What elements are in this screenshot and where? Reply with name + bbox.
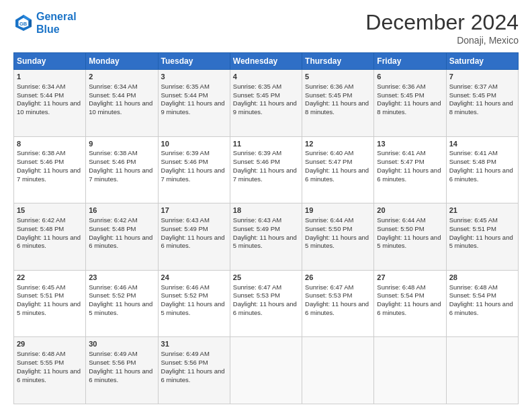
sunrise-text: Sunrise: 6:35 AM bbox=[233, 83, 281, 90]
calendar-day-cell: 8Sunrise: 6:38 AMSunset: 5:46 PMDaylight… bbox=[14, 136, 86, 203]
daylight-text: Daylight: 11 hours and 6 minutes. bbox=[89, 367, 152, 383]
calendar-day-cell: 3Sunrise: 6:35 AMSunset: 5:44 PMDaylight… bbox=[158, 70, 230, 137]
calendar-day-cell: 15Sunrise: 6:42 AMSunset: 5:48 PMDayligh… bbox=[14, 203, 86, 271]
sunset-text: Sunset: 5:44 PM bbox=[17, 91, 64, 99]
sunset-text: Sunset: 5:53 PM bbox=[233, 291, 280, 299]
day-number: 10 bbox=[161, 139, 227, 149]
daylight-text: Daylight: 11 hours and 6 minutes. bbox=[377, 167, 441, 183]
sunrise-text: Sunrise: 6:37 AM bbox=[449, 83, 498, 90]
sunset-text: Sunset: 5:45 PM bbox=[377, 91, 424, 99]
daylight-text: Daylight: 11 hours and 6 minutes. bbox=[17, 234, 81, 250]
daylight-text: Daylight: 11 hours and 10 minutes. bbox=[17, 99, 81, 116]
sunrise-text: Sunrise: 6:45 AM bbox=[449, 216, 498, 224]
sunrise-text: Sunrise: 6:44 AM bbox=[305, 216, 353, 224]
sunrise-text: Sunrise: 6:47 AM bbox=[233, 283, 281, 291]
day-number: 19 bbox=[305, 205, 371, 216]
sunrise-text: Sunrise: 6:34 AM bbox=[17, 83, 65, 90]
sunrise-text: Sunrise: 6:35 AM bbox=[161, 83, 210, 90]
calendar-day-cell: 21Sunrise: 6:45 AMSunset: 5:51 PMDayligh… bbox=[446, 203, 518, 271]
calendar-day-cell: 18Sunrise: 6:43 AMSunset: 5:49 PMDayligh… bbox=[230, 203, 302, 271]
day-number: 4 bbox=[233, 72, 299, 82]
sunset-text: Sunset: 5:45 PM bbox=[233, 91, 280, 99]
calendar-day-cell: 22Sunrise: 6:45 AMSunset: 5:51 PMDayligh… bbox=[14, 270, 86, 337]
day-header-sunday: Sunday bbox=[14, 53, 86, 70]
calendar-day-cell: 9Sunrise: 6:38 AMSunset: 5:46 PMDaylight… bbox=[86, 136, 158, 203]
calendar-week-row: 29Sunrise: 6:48 AMSunset: 5:55 PMDayligh… bbox=[14, 337, 519, 404]
sunrise-text: Sunrise: 6:48 AM bbox=[17, 350, 65, 357]
daylight-text: Daylight: 11 hours and 6 minutes. bbox=[17, 367, 81, 383]
calendar-week-row: 1Sunrise: 6:34 AMSunset: 5:44 PMDaylight… bbox=[14, 70, 519, 137]
sunset-text: Sunset: 5:52 PM bbox=[161, 291, 208, 299]
sunset-text: Sunset: 5:47 PM bbox=[305, 158, 352, 165]
sunset-text: Sunset: 5:51 PM bbox=[449, 225, 496, 232]
day-header-monday: Monday bbox=[86, 53, 158, 70]
daylight-text: Daylight: 11 hours and 9 minutes. bbox=[233, 99, 297, 116]
empty-cell bbox=[302, 337, 374, 404]
calendar-day-cell: 17Sunrise: 6:43 AMSunset: 5:49 PMDayligh… bbox=[158, 203, 230, 271]
daylight-text: Daylight: 11 hours and 5 minutes. bbox=[305, 234, 369, 250]
header: GB General Blue December 2024 Donaji, Me… bbox=[13, 10, 519, 46]
daylight-text: Daylight: 11 hours and 6 minutes. bbox=[89, 234, 152, 250]
calendar-day-cell: 27Sunrise: 6:48 AMSunset: 5:54 PMDayligh… bbox=[374, 270, 446, 337]
calendar-day-cell: 16Sunrise: 6:42 AMSunset: 5:48 PMDayligh… bbox=[86, 203, 158, 271]
sunset-text: Sunset: 5:46 PM bbox=[89, 158, 136, 165]
daylight-text: Daylight: 11 hours and 6 minutes. bbox=[233, 300, 297, 316]
sunset-text: Sunset: 5:52 PM bbox=[89, 291, 136, 299]
title-block: December 2024 Donaji, Mexico bbox=[365, 10, 519, 46]
calendar-day-cell: 28Sunrise: 6:48 AMSunset: 5:54 PMDayligh… bbox=[446, 270, 518, 337]
sunrise-text: Sunrise: 6:34 AM bbox=[89, 83, 137, 90]
logo-icon: GB bbox=[13, 13, 34, 33]
day-header-saturday: Saturday bbox=[446, 53, 518, 70]
sunset-text: Sunset: 5:48 PM bbox=[89, 225, 136, 232]
sunrise-text: Sunrise: 6:43 AM bbox=[233, 216, 281, 224]
sunset-text: Sunset: 5:51 PM bbox=[17, 291, 64, 299]
sunrise-text: Sunrise: 6:38 AM bbox=[17, 149, 65, 156]
sunrise-text: Sunrise: 6:42 AM bbox=[89, 216, 137, 224]
day-number: 18 bbox=[233, 205, 299, 216]
calendar-day-cell: 10Sunrise: 6:39 AMSunset: 5:46 PMDayligh… bbox=[158, 136, 230, 203]
day-number: 30 bbox=[89, 339, 154, 349]
day-number: 1 bbox=[17, 72, 83, 82]
daylight-text: Daylight: 11 hours and 7 minutes. bbox=[233, 167, 297, 183]
day-number: 31 bbox=[161, 339, 227, 349]
logo-line1: General bbox=[36, 11, 77, 22]
day-number: 26 bbox=[305, 273, 371, 283]
sunset-text: Sunset: 5:46 PM bbox=[233, 158, 280, 165]
daylight-text: Daylight: 11 hours and 5 minutes. bbox=[89, 300, 152, 316]
sunrise-text: Sunrise: 6:36 AM bbox=[305, 83, 353, 90]
day-number: 22 bbox=[17, 273, 83, 283]
calendar-day-cell: 29Sunrise: 6:48 AMSunset: 5:55 PMDayligh… bbox=[14, 337, 86, 404]
calendar-day-cell: 2Sunrise: 6:34 AMSunset: 5:44 PMDaylight… bbox=[86, 70, 158, 137]
calendar: SundayMondayTuesdayWednesdayThursdayFrid… bbox=[13, 52, 519, 404]
calendar-day-cell: 13Sunrise: 6:41 AMSunset: 5:47 PMDayligh… bbox=[374, 136, 446, 203]
sunrise-text: Sunrise: 6:36 AM bbox=[377, 83, 425, 90]
daylight-text: Daylight: 11 hours and 7 minutes. bbox=[89, 167, 152, 183]
sunset-text: Sunset: 5:56 PM bbox=[89, 359, 136, 366]
sunset-text: Sunset: 5:46 PM bbox=[17, 158, 64, 165]
sunrise-text: Sunrise: 6:45 AM bbox=[17, 283, 65, 291]
day-header-tuesday: Tuesday bbox=[158, 53, 230, 70]
daylight-text: Daylight: 11 hours and 5 minutes. bbox=[449, 234, 513, 250]
empty-cell bbox=[374, 337, 446, 404]
sunset-text: Sunset: 5:48 PM bbox=[449, 158, 496, 165]
day-number: 16 bbox=[89, 205, 154, 216]
daylight-text: Daylight: 11 hours and 6 minutes. bbox=[161, 367, 225, 383]
daylight-text: Daylight: 11 hours and 7 minutes. bbox=[17, 167, 81, 183]
daylight-text: Daylight: 11 hours and 6 minutes. bbox=[449, 300, 513, 316]
daylight-text: Daylight: 11 hours and 9 minutes. bbox=[161, 99, 225, 116]
sunrise-text: Sunrise: 6:42 AM bbox=[17, 216, 65, 224]
sunrise-text: Sunrise: 6:49 AM bbox=[89, 350, 137, 357]
day-number: 24 bbox=[161, 273, 227, 283]
day-number: 15 bbox=[17, 205, 83, 216]
day-number: 12 bbox=[305, 139, 371, 149]
logo: GB General Blue bbox=[13, 10, 77, 36]
calendar-day-cell: 31Sunrise: 6:49 AMSunset: 5:56 PMDayligh… bbox=[158, 337, 230, 404]
day-number: 7 bbox=[449, 72, 515, 82]
calendar-day-cell: 25Sunrise: 6:47 AMSunset: 5:53 PMDayligh… bbox=[230, 270, 302, 337]
daylight-text: Daylight: 11 hours and 8 minutes. bbox=[377, 99, 441, 116]
sunrise-text: Sunrise: 6:41 AM bbox=[377, 149, 425, 156]
calendar-week-row: 8Sunrise: 6:38 AMSunset: 5:46 PMDaylight… bbox=[14, 136, 519, 203]
day-number: 13 bbox=[377, 139, 443, 149]
daylight-text: Daylight: 11 hours and 8 minutes. bbox=[449, 99, 513, 116]
sunset-text: Sunset: 5:45 PM bbox=[449, 91, 496, 99]
